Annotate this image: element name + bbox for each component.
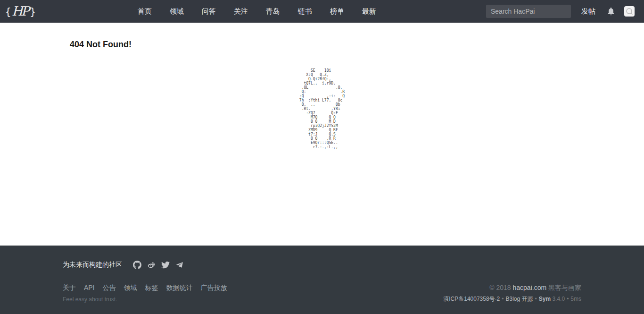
meta-line: 滇ICP备14007358号-2•B3log 开源•Sym 3.4.0•5ms [443,295,581,303]
footer-link-notice[interactable]: 公告 [103,284,116,292]
ascii-art-wrap: SE 1Qi X:Q Q.Z, Q.Qi2RfQ:, tQ7L., i,r9D.… [63,68,581,149]
weibo-icon[interactable] [147,261,156,269]
icp-record-link[interactable]: 滇ICP备14007358号-2 [443,296,500,302]
separator-dot: • [535,296,537,302]
nav-item-domains[interactable]: 领域 [170,7,184,16]
nav-item-books[interactable]: 链书 [298,7,312,16]
copyright-year: © 2018 [489,284,512,291]
nav-item-qna[interactable]: 问答 [202,7,216,16]
copyright-site-link[interactable]: hacpai.com [513,284,547,291]
footer-link-ads[interactable]: 广告投放 [201,284,227,292]
new-post-button[interactable]: 发帖 [581,7,595,16]
footer-link-tags[interactable]: 标签 [145,284,158,292]
navbar-actions: 发帖 [486,5,635,18]
footer-link-domains[interactable]: 领域 [124,284,137,292]
sym-version: 3.4.0 [552,296,565,302]
telegram-icon[interactable] [175,261,184,269]
user-avatar[interactable] [624,6,635,17]
footer-link-api[interactable]: API [84,284,95,292]
nav-item-latest[interactable]: 最新 [362,7,376,16]
footer-link-stats[interactable]: 数据统计 [166,284,193,292]
footer-link-about[interactable]: 关于 [63,284,76,292]
footer-links: 关于 API 公告 领域 标签 数据统计 广告投放 [63,284,227,292]
title-divider [63,55,581,55]
page-title: 404 Not Found! [63,40,581,49]
twitter-icon[interactable] [161,261,170,269]
search-input[interactable] [486,5,571,18]
nav-item-watch[interactable]: 关注 [234,7,248,16]
top-navbar: { HP } 首页 领域 问答 关注 青岛 链书 榜单 最新 发帖 [0,0,644,23]
footer-left: 关于 API 公告 领域 标签 数据统计 广告投放 Feel easy abou… [63,284,227,303]
nav-item-home[interactable]: 首页 [138,7,152,16]
separator-dot: • [567,296,569,302]
footer-tagline: 为未来而构建的社区 [63,261,122,269]
main-content: 404 Not Found! SE 1Qi X:Q Q.Z, Q.Qi2RfQ:… [0,23,644,246]
ascii-art: SE 1Qi X:Q Q.Z, Q.Qi2RfQ:, tQ7L., i,r9D.… [299,68,345,149]
github-icon[interactable] [133,261,141,269]
logo-letters: HP [11,4,30,19]
notifications-bell-icon[interactable] [606,7,616,16]
footer: 为未来而构建的社区 [0,246,644,314]
social-links [133,261,184,269]
b3log-link[interactable]: B3log 开源 [505,296,533,302]
nav-item-qingdao[interactable]: 青岛 [266,7,280,16]
logo-left-brace: { [5,6,11,17]
nav-item-ranking[interactable]: 榜单 [330,7,344,16]
sym-link[interactable]: Sym [539,296,551,302]
copyright-line: © 2018 hacpai.com 黑客与画家 [443,284,581,292]
response-latency: 5ms [570,296,581,302]
main-nav: 首页 领域 问答 关注 青岛 链书 榜单 最新 [138,7,376,16]
footer-right: © 2018 hacpai.com 黑客与画家 滇ICP备14007358号-2… [443,284,581,303]
separator-dot: • [502,296,504,302]
copyright-owner: 黑客与画家 [546,284,581,291]
footer-slogan: Feel easy about trust. [63,296,227,303]
hacpai-logo[interactable]: { HP } [5,4,36,19]
logo-right-brace: } [30,6,36,17]
